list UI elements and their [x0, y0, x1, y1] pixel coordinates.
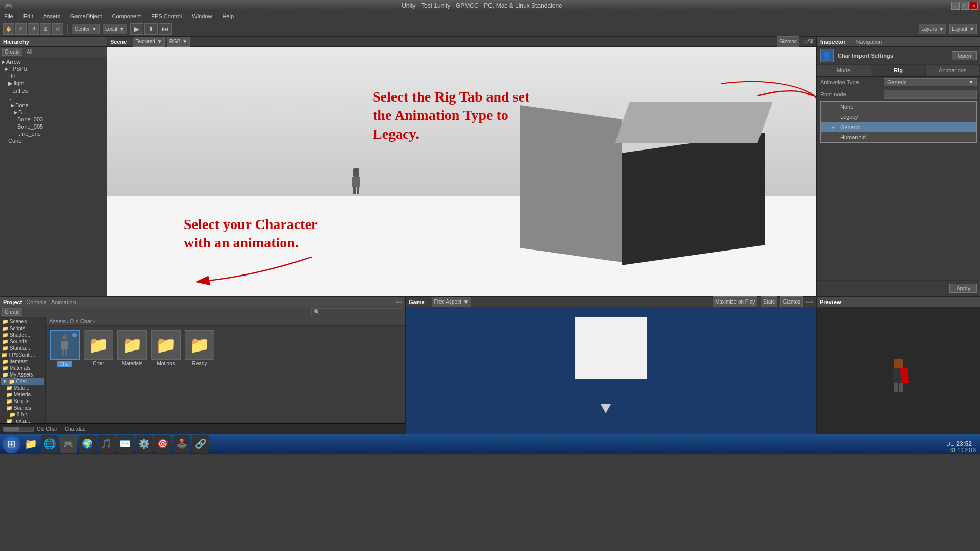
taskbar-steam-icon[interactable]: 🎯: [154, 435, 172, 453]
taskbar-mail-icon[interactable]: ✉️: [116, 435, 134, 453]
menu-fpscontrol[interactable]: FPS Control: [149, 13, 184, 19]
tree-char-sounds[interactable]: 📁 Sounds: [1, 405, 44, 411]
tree-item-bone005[interactable]: Bone_005: [1, 123, 106, 130]
dropdown-item-generic[interactable]: ✓Generic: [821, 122, 976, 132]
center-dropdown[interactable]: Center▼: [72, 24, 100, 34]
maximize-on-play-btn[interactable]: Maximize on Play: [713, 296, 757, 308]
tree-scenes[interactable]: 📁 Scenes: [1, 318, 44, 325]
preview-tab[interactable]: Preview: [820, 299, 841, 305]
stats-btn[interactable]: Stats: [761, 296, 777, 308]
gizmos-btn[interactable]: Gizmos: [777, 36, 799, 47]
step-btn[interactable]: ⏭: [159, 23, 172, 35]
menu-gameobject[interactable]: GameObject: [68, 13, 104, 19]
tree-item-dots[interactable]: ...: [1, 94, 106, 102]
project-resize-handle[interactable]: ⟺: [395, 299, 402, 305]
menu-edit[interactable]: Edit: [21, 13, 35, 19]
tab-model[interactable]: Model: [817, 65, 871, 76]
taskbar-chrome-icon[interactable]: 🌐: [41, 435, 58, 453]
scene-view[interactable]: Select the Rig Tab and setthe Animation …: [107, 47, 816, 296]
project-tab[interactable]: Project: [3, 299, 22, 305]
tab-rig[interactable]: Rig: [871, 65, 925, 76]
taskbar-unity-icon[interactable]: 🎮: [60, 435, 77, 453]
breadcrumb-assets[interactable]: Assets: [49, 318, 66, 324]
tree-myassets[interactable]: 📁 My Assets: [1, 371, 44, 378]
tree-scripts[interactable]: 📁 Scripts: [1, 325, 44, 332]
hierarchy-create-btn[interactable]: Create: [2, 48, 22, 56]
rect-tool-btn[interactable]: ▭: [52, 23, 63, 35]
tree-item-bone[interactable]: ▶Bone: [1, 102, 106, 109]
render-mode-dropdown[interactable]: Textured▼: [133, 37, 164, 47]
menu-file[interactable]: File: [2, 13, 15, 19]
pause-btn[interactable]: ⏸: [144, 23, 158, 35]
tree-materials[interactable]: 📁 Materials: [1, 365, 44, 371]
tree-item-cune[interactable]: Cune: [1, 137, 106, 144]
layout-dropdown[interactable]: Layout▼: [949, 24, 977, 34]
asset-ready[interactable]: 📁 Ready: [185, 330, 214, 367]
menu-window[interactable]: Window: [190, 13, 214, 19]
root-node-input[interactable]: [884, 90, 977, 99]
tree-char-8bit[interactable]: 📁 8-bit...: [1, 411, 44, 418]
statusbar-slider[interactable]: [3, 427, 34, 432]
asset-char-selected[interactable]: Char: [50, 330, 80, 367]
dropdown-item-legacy[interactable]: Legacy: [821, 112, 976, 122]
tree-item-fpspb[interactable]: ▶FPSPb: [1, 65, 106, 72]
taskbar-folder-icon[interactable]: 📁: [22, 435, 39, 453]
tree-standa[interactable]: 📁 Standa...: [1, 345, 44, 352]
open-button[interactable]: Open: [952, 51, 977, 60]
scale-tool-btn[interactable]: ⊞: [40, 23, 51, 35]
asset-motions[interactable]: 📁 Motions: [151, 330, 181, 367]
tree-item-light[interactable]: ▶ light: [1, 80, 106, 87]
dropdown-item-none[interactable]: None: [821, 102, 976, 112]
tree-char-materials[interactable]: 📁 Mate...: [1, 385, 44, 391]
move-tool-btn[interactable]: ✛: [15, 23, 27, 35]
tree-char-materia[interactable]: 📁 Materia...: [1, 391, 44, 398]
taskbar-network-icon[interactable]: 🔗: [192, 435, 209, 453]
breadcrumb-oldchar[interactable]: Old Char: [70, 318, 92, 324]
tree-item-uffles[interactable]: ..uffles: [1, 87, 106, 94]
console-tab[interactable]: Console: [26, 299, 46, 305]
tree-char-scripts[interactable]: 📁 Scripts: [1, 398, 44, 405]
tree-item-bone003[interactable]: Bone_003: [1, 116, 106, 123]
color-mode-dropdown[interactable]: RGB▼: [167, 37, 190, 47]
game-gizmos-btn[interactable]: Gizmos: [780, 296, 803, 308]
taskbar-media-icon[interactable]: 🎵: [97, 435, 115, 453]
tree-item-b[interactable]: ▶B...: [1, 109, 106, 116]
animation-type-dropdown[interactable]: Generic ▼: [884, 78, 977, 86]
taskbar-gear-icon[interactable]: ⚙️: [135, 435, 153, 453]
dropdown-item-humanoid[interactable]: Humanoid: [821, 132, 976, 142]
scene-tab[interactable]: Scene: [110, 39, 127, 45]
asset-materials[interactable]: 📁 Materials: [117, 330, 147, 367]
tree-char[interactable]: ▼ 📁 Char: [1, 378, 44, 385]
taskbar-ie-icon[interactable]: 🌍: [79, 435, 96, 453]
close-btn[interactable]: ×: [970, 2, 978, 10]
free-aspect-dropdown[interactable]: Free Aspect▼: [432, 297, 471, 307]
menu-component[interactable]: Component: [110, 13, 143, 19]
game-resize-handle[interactable]: ⟺: [806, 299, 813, 305]
menu-assets[interactable]: Assets: [41, 13, 62, 19]
minimize-btn[interactable]: _: [951, 2, 960, 10]
maximize-btn[interactable]: □: [961, 2, 969, 10]
tree-item-neone[interactable]: ...ne_one: [1, 130, 106, 137]
tree-char-textu[interactable]: 📁 Textu...: [1, 418, 44, 423]
animation-tab[interactable]: Animation: [51, 299, 76, 305]
rotate-tool-btn[interactable]: ↺: [28, 23, 39, 35]
taskbar-game-icon[interactable]: 🕹️: [173, 435, 190, 453]
search-box[interactable]: 🔍: [311, 308, 403, 316]
hand-tool-btn[interactable]: ✋: [3, 23, 14, 35]
game-tab[interactable]: Game: [409, 299, 425, 305]
project-create-btn[interactable]: Create: [2, 308, 22, 316]
menu-help[interactable]: Help: [220, 13, 236, 19]
local-dropdown[interactable]: Local▼: [103, 24, 127, 34]
layers-dropdown[interactable]: Layers▼: [919, 24, 946, 34]
tree-item-dir[interactable]: Dir...: [1, 72, 106, 80]
hierarchy-tab[interactable]: Hierarchy: [3, 39, 29, 45]
navigation-tab-label[interactable]: Navigation: [856, 39, 883, 45]
tree-fpscontr[interactable]: 📁 FPSContr...: [1, 352, 44, 358]
tree-sounds[interactable]: 📁 Sounds: [1, 338, 44, 345]
asset-char-folder[interactable]: 📁 Char: [84, 330, 113, 367]
tree-shaders[interactable]: 📁 Shader...: [1, 332, 44, 338]
tree-item-arrow[interactable]: ▶Arrow: [1, 58, 106, 65]
inspector-tab-label[interactable]: Inspector: [820, 39, 846, 45]
tree-itemtest[interactable]: 📁 itemtest: [1, 358, 44, 365]
tab-animations[interactable]: Animations: [926, 65, 980, 76]
